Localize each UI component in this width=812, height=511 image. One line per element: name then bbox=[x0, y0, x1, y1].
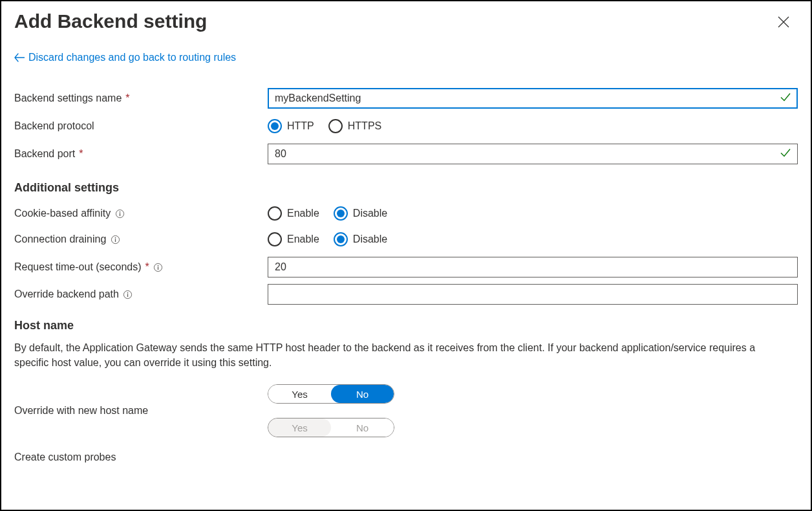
row-backend-settings-name: Backend settings name * bbox=[14, 85, 798, 111]
label-backend-port: Backend port * bbox=[14, 148, 268, 160]
radio-cookie-enable[interactable]: Enable bbox=[268, 206, 319, 221]
svg-point-10 bbox=[127, 292, 129, 293]
backend-settings-name-input[interactable] bbox=[268, 88, 798, 109]
label-connection-draining: Connection draining bbox=[14, 234, 268, 245]
label-override-host-name: Override with new host name bbox=[14, 405, 268, 417]
row-backend-protocol: Backend protocol HTTP HTTPS bbox=[14, 115, 798, 137]
label-cookie-affinity: Cookie-based affinity bbox=[14, 208, 268, 219]
row-override-backend-path: Override backend path bbox=[14, 281, 798, 307]
override-hostname-yes[interactable]: Yes bbox=[268, 385, 331, 403]
close-icon bbox=[778, 16, 789, 28]
radio-drain-disable[interactable]: Disable bbox=[334, 232, 387, 246]
request-timeout-input[interactable] bbox=[268, 257, 798, 277]
heading-additional-settings: Additional settings bbox=[14, 181, 798, 195]
svg-point-1 bbox=[119, 211, 120, 212]
label-override-backend-path: Override backend path bbox=[14, 288, 268, 300]
svg-point-7 bbox=[158, 265, 159, 266]
override-hostname-secondary-no: No bbox=[331, 419, 394, 437]
radio-http[interactable]: HTTP bbox=[268, 119, 314, 133]
radio-drain-enable[interactable]: Enable bbox=[268, 232, 319, 246]
row-cookie-affinity: Cookie-based affinity Enable Disable bbox=[14, 202, 798, 224]
label-request-timeout: Request time-out (seconds) * bbox=[14, 261, 268, 273]
row-connection-draining: Connection draining Enable Disable bbox=[14, 228, 798, 250]
override-hostname-secondary-yes: Yes bbox=[268, 419, 331, 437]
info-icon[interactable] bbox=[153, 262, 164, 272]
heading-host-name: Host name bbox=[14, 319, 798, 332]
host-name-description: By default, the Application Gateway send… bbox=[14, 340, 777, 370]
svg-rect-8 bbox=[158, 266, 158, 270]
override-hostname-no[interactable]: No bbox=[331, 385, 394, 403]
row-create-custom-probes: Create custom probes bbox=[14, 446, 798, 468]
cookie-affinity-radio-group: Enable Disable bbox=[268, 206, 798, 221]
info-icon[interactable] bbox=[110, 234, 120, 245]
svg-rect-11 bbox=[127, 294, 128, 297]
info-icon[interactable] bbox=[114, 208, 125, 219]
override-hostname-toggle: Yes No bbox=[268, 384, 394, 404]
back-link-text: Discard changes and go back to routing r… bbox=[28, 52, 236, 63]
panel-title: Add Backend setting bbox=[14, 6, 798, 52]
connection-draining-radio-group: Enable Disable bbox=[268, 232, 798, 246]
svg-point-4 bbox=[114, 237, 116, 238]
label-backend-settings-name: Backend settings name * bbox=[14, 92, 268, 104]
backend-port-input[interactable] bbox=[268, 144, 798, 164]
discard-back-link[interactable]: Discard changes and go back to routing r… bbox=[14, 52, 798, 63]
info-icon[interactable] bbox=[123, 289, 133, 299]
row-backend-port: Backend port * bbox=[14, 141, 798, 167]
required-marker: * bbox=[145, 261, 149, 273]
override-hostname-toggle-secondary: Yes No bbox=[268, 418, 394, 437]
radio-cookie-disable[interactable]: Disable bbox=[334, 206, 387, 221]
row-request-timeout: Request time-out (seconds) * bbox=[14, 254, 798, 280]
close-button[interactable] bbox=[775, 13, 793, 31]
svg-rect-5 bbox=[115, 239, 116, 242]
radio-https[interactable]: HTTPS bbox=[328, 119, 381, 133]
label-backend-protocol: Backend protocol bbox=[14, 120, 268, 132]
required-marker: * bbox=[79, 148, 83, 160]
label-create-custom-probes: Create custom probes bbox=[14, 451, 268, 463]
override-backend-path-input[interactable] bbox=[268, 284, 798, 305]
add-backend-setting-panel: Add Backend setting Discard changes and … bbox=[0, 0, 812, 511]
backend-protocol-radio-group: HTTP HTTPS bbox=[268, 119, 798, 133]
svg-rect-2 bbox=[119, 213, 120, 216]
required-marker: * bbox=[125, 92, 129, 104]
arrow-left-icon bbox=[14, 53, 25, 62]
row-override-host-name: Override with new host name Yes No Yes N… bbox=[14, 384, 798, 437]
